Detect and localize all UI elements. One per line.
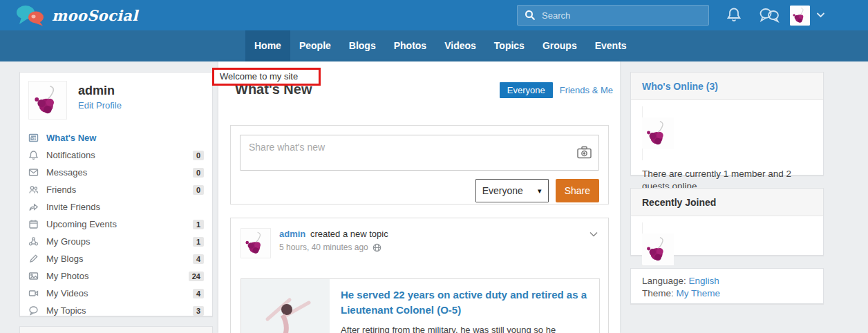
- moosocial-logo[interactable]: mooSocial: [15, 4, 138, 26]
- brand-name: mooSocial: [52, 7, 138, 24]
- sidebar-item-my-groups[interactable]: My Groups 1: [28, 233, 204, 250]
- sidebar-item-label: My Photos: [46, 271, 88, 281]
- edit-profile-link[interactable]: Edit Profile: [78, 100, 122, 111]
- feed-post: admin created a new topic 5 hours, 40 mi…: [230, 218, 609, 333]
- count-badge: 3: [193, 306, 204, 316]
- locale-theme-widget: Language: English Theme: My Theme: [630, 268, 824, 304]
- account-menu-caret-icon[interactable]: [816, 12, 825, 18]
- nav-item-topics[interactable]: Topics: [485, 30, 534, 61]
- whos-online-widget: Who's Online (3) There are currently 1 m…: [630, 72, 824, 175]
- sidebar-item-label: My Videos: [46, 288, 88, 298]
- top-header-bar: mooSocial: [0, 0, 868, 30]
- privacy-globe-icon: [372, 243, 381, 252]
- topic-thumbnail-image[interactable]: [241, 279, 330, 333]
- count-badge: 0: [193, 168, 204, 178]
- messages-chat-icon[interactable]: [759, 8, 780, 23]
- post-action-text: created a new topic: [310, 229, 388, 239]
- nav-item-home[interactable]: Home: [245, 30, 290, 61]
- post-header: admin created a new topic 5 hours, 40 mi…: [279, 229, 388, 252]
- share-button[interactable]: Share: [556, 179, 599, 202]
- count-badge: 4: [193, 289, 204, 298]
- whos-online-title[interactable]: Who's Online (3): [631, 73, 823, 100]
- filter-friends-me-link[interactable]: Friends & Me: [560, 85, 613, 95]
- envelope-icon: [28, 167, 46, 178]
- sidebar-item-my-videos[interactable]: My Videos 4: [28, 285, 204, 302]
- widget-header: [20, 327, 212, 333]
- sidebar-item-label: Friends: [46, 184, 76, 195]
- search-icon: [525, 10, 536, 21]
- sidebar-item-label: Messages: [46, 167, 87, 178]
- sidebar-item-label: What's New: [46, 133, 96, 143]
- sidebar-item-label: My Blogs: [46, 254, 83, 264]
- photo-icon: [28, 271, 46, 281]
- topic-title-link[interactable]: He served 22 years on active duty and re…: [341, 287, 588, 318]
- video-camera-icon: [28, 288, 46, 298]
- nav-item-blogs[interactable]: Blogs: [340, 30, 385, 61]
- bell-icon: [28, 150, 46, 160]
- theme-label: Theme:: [642, 288, 674, 298]
- sidebar-item-messages[interactable]: Messages 0: [28, 164, 204, 181]
- notifications-bell-icon[interactable]: [726, 6, 742, 24]
- newspaper-icon: [28, 133, 46, 143]
- page: mooSocial: [0, 0, 868, 333]
- sidebar-item-label: Invite Friends: [46, 202, 100, 212]
- language-link[interactable]: English: [689, 276, 719, 286]
- nav-item-events[interactable]: Events: [586, 30, 636, 61]
- post-timestamp: 5 hours, 40 minutes ago: [279, 242, 388, 252]
- nav-item-people[interactable]: People: [290, 30, 340, 61]
- chat-bubble-icon: [28, 305, 46, 316]
- count-badge: 1: [193, 220, 204, 229]
- sidebar-item-friends[interactable]: Friends 0: [28, 181, 204, 198]
- profile-username: admin: [78, 84, 122, 98]
- count-badge: 4: [193, 254, 204, 264]
- share-whats-new-input[interactable]: [240, 135, 598, 170]
- camera-attach-icon[interactable]: [577, 146, 592, 159]
- language-label: Language:: [642, 276, 686, 286]
- sidebar-item-label: My Topics: [46, 305, 86, 316]
- nav-item-videos[interactable]: Videos: [435, 30, 485, 61]
- profile-avatar[interactable]: [28, 81, 67, 120]
- sidebar-item-whats-new[interactable]: What's New: [28, 129, 204, 146]
- profile-summary: admin Edit Profile: [28, 81, 204, 120]
- privacy-selected-value: Everyone: [482, 185, 523, 196]
- privacy-dropdown[interactable]: Everyone ▾: [475, 179, 549, 202]
- pencil-icon: [28, 254, 46, 264]
- sidebar-item-invite-friends[interactable]: Invite Friends: [28, 198, 204, 216]
- nav-item-photos[interactable]: Photos: [385, 30, 435, 61]
- main-nav-bar: Home People Blogs Photos Videos Topics G…: [0, 30, 868, 61]
- nav-item-groups[interactable]: Groups: [534, 30, 586, 61]
- filter-everyone-button[interactable]: Everyone: [500, 82, 553, 98]
- friends-icon: [28, 184, 46, 195]
- sidebar-item-label: My Groups: [46, 236, 91, 247]
- invite-share-arrow-icon: [28, 202, 46, 212]
- sidebar-item-my-photos[interactable]: My Photos 24: [28, 267, 204, 285]
- left-sidebar-next-widget: [19, 326, 213, 333]
- search-bar[interactable]: [517, 5, 709, 26]
- post-options-chevron-icon[interactable]: [589, 231, 598, 238]
- topic-body: He served 22 years on active duty and re…: [330, 279, 599, 333]
- post-author-avatar[interactable]: [240, 228, 271, 258]
- count-badge: 24: [189, 272, 204, 281]
- left-sidebar: admin Edit Profile What's New: [19, 72, 213, 316]
- nav-list: Home People Blogs Photos Videos Topics G…: [245, 30, 636, 61]
- sidebar-item-label: Notifications: [46, 150, 95, 160]
- count-badge: 1: [193, 237, 204, 247]
- groups-nodes-icon: [28, 236, 46, 247]
- calendar-icon: [28, 219, 46, 229]
- sidebar-item-upcoming-events[interactable]: Upcoming Events 1: [28, 216, 204, 233]
- sidebar-item-label: Upcoming Events: [46, 219, 117, 229]
- sidebar-item-notifications[interactable]: Notifications 0: [28, 146, 204, 164]
- welcome-tooltip-annotation: Welcome to my site: [212, 68, 321, 86]
- online-member-avatar[interactable]: [642, 106, 812, 160]
- post-author-link[interactable]: admin: [279, 229, 305, 239]
- user-avatar[interactable]: [790, 6, 810, 26]
- search-input[interactable]: [542, 10, 694, 21]
- theme-link[interactable]: My Theme: [677, 288, 721, 298]
- sidebar-item-my-blogs[interactable]: My Blogs 4: [28, 250, 204, 267]
- sidebar-item-my-topics[interactable]: My Topics 3: [28, 302, 204, 319]
- main-feed-column: Welcome to my site What's New Everyone F…: [218, 61, 620, 333]
- topic-attachment-card: He served 22 years on active duty and re…: [240, 278, 600, 333]
- status-composer: Everyone ▾ Share: [230, 125, 609, 204]
- dropdown-caret-icon: ▾: [538, 187, 542, 196]
- logo-bubbles-icon: [15, 4, 46, 26]
